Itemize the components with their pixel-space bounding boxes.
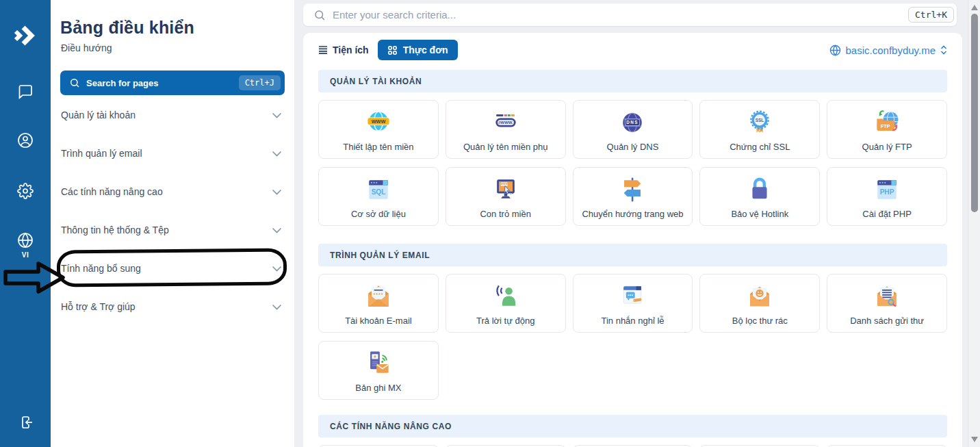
sidebar-item-2[interactable]: Trình quản lý email: [51, 134, 294, 173]
svg-text:SQL: SQL: [372, 188, 386, 196]
card-label: Chứng chỉ SSL: [730, 142, 790, 152]
feature-card[interactable]: ****Tài khoản E-mail: [318, 274, 439, 333]
sidebar-item-label: Quản lý tài khoản: [61, 110, 136, 120]
section-header: CÁC TÍNH NĂNG NÂNG CAO: [318, 415, 947, 437]
address-bar-icon: //WWW.: [490, 107, 521, 138]
app-logo-double-chevron-icon[interactable]: [0, 25, 51, 47]
feature-sections: QUẢN LÝ TÀI KHOẢNWWWThiết lập tên miền//…: [318, 70, 947, 447]
spam-smiley-icon: [744, 281, 775, 312]
domain-name: basic.confbyduy.me: [846, 44, 936, 56]
scrollbar-thumb[interactable]: [971, 14, 978, 212]
logout-icon[interactable]: [0, 414, 51, 431]
svg-text:FTP: FTP: [881, 123, 890, 129]
sidebar-item-label: Hỗ trợ & Trợ giúp: [61, 301, 136, 312]
feature-card[interactable]: Trả lời tự động: [446, 274, 566, 333]
sidebar-item-label: Thông tin hệ thống & Tệp: [61, 225, 169, 235]
panel-title: Bảng điều khiển: [60, 18, 194, 38]
card-label: Tài khoản E-mail: [345, 316, 412, 326]
section-header: TRÌNH QUẢN LÝ EMAIL: [318, 244, 947, 266]
card-label: Cài đặt PHP: [862, 209, 912, 219]
navigation-sidebar: Bảng điều khiển Điều hướng Search for pa…: [51, 0, 294, 447]
sidebar-item-5[interactable]: Tính năng bổ sung: [51, 249, 294, 288]
feature-card[interactable]: Chuyển hướng trang web: [573, 167, 693, 226]
feature-card[interactable]: WWWCon trỏ miền: [446, 167, 566, 226]
feature-card[interactable]: SSLChứng chỉ SSL: [699, 100, 820, 159]
settings-gear-icon[interactable]: [0, 183, 51, 199]
auto-responder-icon: [490, 281, 521, 312]
card-label: Tin nhắn nghỉ lễ: [601, 316, 664, 326]
scroll-down-arrow[interactable]: [971, 437, 978, 442]
ssl-badge-icon: SSL: [744, 107, 775, 138]
global-search-bar: Ctrl+K: [303, 3, 957, 26]
sidebar-item-6[interactable]: Hỗ trợ & Trợ giúp: [51, 288, 294, 326]
chat-icon[interactable]: [0, 84, 51, 100]
tab-tien-ich[interactable]: Tiện ích: [318, 44, 369, 55]
svg-text:WWW: WWW: [372, 118, 386, 125]
card-label: Quản lý tên miền phụ: [463, 142, 548, 152]
svg-text:DNS: DNS: [627, 120, 639, 125]
svg-text:****: ****: [373, 292, 383, 298]
feature-card[interactable]: //WWW.Quản lý tên miền phụ: [446, 100, 566, 159]
sidebar-menu: Quản lý tài khoảnTrình quản lý emailCác …: [51, 96, 294, 326]
chevron-down-icon: [272, 189, 282, 195]
svg-text:SSL: SSL: [756, 118, 764, 123]
sidebar-search-button[interactable]: Search for pages Ctrl+J: [60, 71, 285, 95]
dns-globe-icon: DNS: [617, 107, 648, 138]
card-label: Thiết lập tên miền: [343, 142, 413, 152]
feature-section: QUẢN LÝ TÀI KHOẢNWWWThiết lập tên miền//…: [318, 70, 947, 226]
feature-card[interactable]: WWWThiết lập tên miền: [318, 100, 439, 159]
tab-thuc-don[interactable]: Thực đơn: [378, 40, 458, 60]
list-icon: [318, 45, 328, 55]
chevron-down-icon: [272, 227, 282, 233]
vacation-message-icon: [617, 281, 648, 312]
feature-card[interactable]: Bảo vệ Hotlink: [699, 167, 820, 226]
feature-card[interactable]: DNSQuản lý DNS: [573, 100, 693, 159]
chevron-down-icon: [272, 151, 282, 157]
sidebar-item-label: Trình quản lý email: [61, 148, 142, 159]
mx-server-icon: [363, 348, 394, 379]
feature-card[interactable]: FTPQuản lý FTP: [827, 100, 947, 159]
account-icon[interactable]: [0, 132, 51, 149]
svg-text:WWW: WWW: [500, 183, 508, 186]
feature-card[interactable]: Danh sách gửi thư: [827, 274, 947, 333]
sidebar-item-4[interactable]: Thông tin hệ thống & Tệp: [51, 211, 294, 249]
content-panel: Tiện ích Thực đơn basic.confbyduy.me QUẢ…: [303, 33, 962, 447]
feature-section: TRÌNH QUẢN LÝ EMAIL****Tài khoản E-mailT…: [318, 244, 947, 400]
card-label: Bảo vệ Hotlink: [731, 209, 788, 219]
svg-text://WWW.: //WWW.: [498, 120, 513, 125]
feature-card[interactable]: Bản ghi MX: [318, 341, 439, 400]
card-grid: WWWThiết lập tên miền//WWW.Quản lý tên m…: [318, 100, 947, 226]
domain-pointer-icon: WWW: [490, 174, 521, 205]
language-globe-icon[interactable]: VI: [0, 232, 51, 259]
feature-card[interactable]: Tin nhắn nghỉ lễ: [573, 274, 693, 333]
card-label: Quản lý DNS: [607, 142, 659, 152]
php-window-icon: PHP: [871, 174, 903, 205]
sidebar-item-label: Tính năng bổ sung: [61, 263, 141, 274]
card-label: Con trỏ miền: [480, 209, 530, 219]
card-label: Bộ lọc thư rác: [732, 316, 788, 326]
grid-icon: [387, 45, 398, 55]
sidebar-item-1[interactable]: Quản lý tài khoản: [51, 96, 294, 134]
page-scrollbar[interactable]: [968, 0, 980, 447]
sidebar-item-label: Các tính năng nâng cao: [61, 186, 163, 197]
mailing-list-icon: [871, 281, 903, 312]
tab-label: Thực đơn: [403, 44, 448, 55]
feature-section: CÁC TÍNH NĂNG NÂNG CAO: [318, 415, 947, 447]
language-code: VI: [22, 251, 29, 259]
domain-selector[interactable]: basic.confbyduy.me: [829, 44, 947, 56]
feature-card[interactable]: PHPCài đặt PHP: [827, 167, 947, 226]
chevron-down-icon: [272, 112, 282, 118]
sidebar-search-label: Search for pages: [86, 78, 239, 88]
section-header: QUẢN LÝ TÀI KHOẢN: [318, 70, 947, 92]
scroll-up-arrow[interactable]: [971, 5, 978, 10]
redirect-sign-icon: [617, 174, 648, 205]
search-icon: [69, 77, 80, 88]
sidebar-item-3[interactable]: Các tính năng nâng cao: [51, 173, 294, 211]
tab-label: Tiện ích: [333, 44, 369, 55]
chevron-down-icon: [272, 266, 282, 272]
feature-card[interactable]: SQLCơ sở dữ liệu: [318, 167, 439, 226]
feature-card[interactable]: Bộ lọc thư rác: [699, 274, 820, 333]
card-label: Danh sách gửi thư: [850, 316, 924, 326]
global-search-input[interactable]: [333, 9, 908, 21]
icon-rail: VI: [0, 0, 51, 447]
